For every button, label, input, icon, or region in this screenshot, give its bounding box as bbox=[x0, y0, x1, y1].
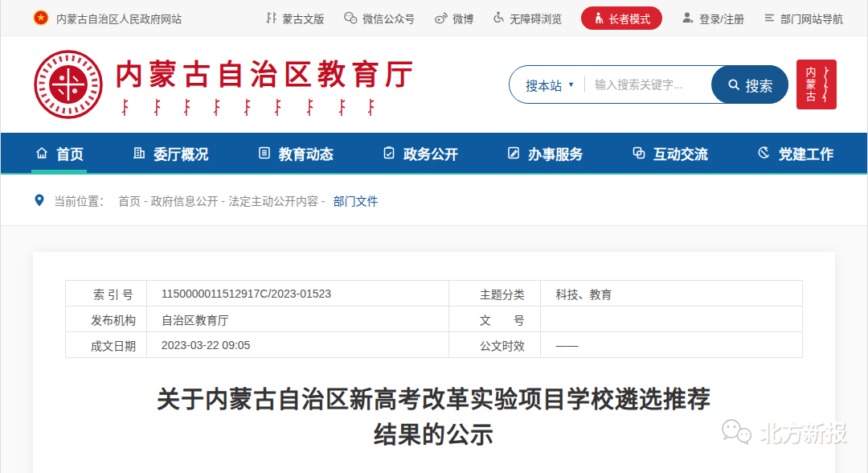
nav-item-education-news[interactable]: 教育动态 bbox=[257, 133, 334, 173]
user-icon bbox=[682, 11, 694, 24]
elder-icon bbox=[593, 12, 604, 24]
site-logo[interactable]: 内蒙古自治区教育厅 bbox=[33, 49, 419, 120]
nav-item-home[interactable]: 首页 bbox=[35, 133, 84, 173]
list-icon bbox=[257, 146, 272, 160]
nav-item-interaction[interactable]: 互动交流 bbox=[632, 133, 708, 173]
building-icon bbox=[132, 146, 146, 160]
stamp-script-icon bbox=[820, 64, 831, 105]
nav-item-label: 教育动态 bbox=[279, 143, 334, 163]
meta-value-topic-category: 科技、教育 bbox=[541, 281, 803, 306]
search-scope-label: 搜本站 bbox=[526, 76, 562, 93]
table-row: 发布机构 自治区教育厅 文 号 bbox=[66, 306, 803, 332]
home-icon bbox=[35, 146, 49, 160]
meta-value-issue-date: 2023-03-22 09:05 bbox=[146, 332, 448, 358]
topbar-link-label: 登录/注册 bbox=[699, 10, 744, 26]
meta-value-document-number bbox=[541, 306, 803, 332]
breadcrumb-current-link[interactable]: 部门文件 bbox=[333, 192, 378, 208]
document-pencil-icon bbox=[506, 146, 521, 160]
education-department-seal-icon bbox=[33, 49, 104, 120]
location-pin-icon bbox=[33, 193, 46, 208]
search-divider bbox=[584, 76, 585, 93]
topbar-link-mongolian[interactable]: 蒙古文版 bbox=[265, 10, 324, 26]
nav-item-label: 办事服务 bbox=[528, 143, 583, 163]
nav-item-services[interactable]: 办事服务 bbox=[506, 133, 583, 173]
topbar-link-label: 蒙古文版 bbox=[282, 10, 324, 26]
topbar-link-label: 部门网站导航 bbox=[780, 10, 843, 26]
topbar-link-accessibility[interactable]: 无障碍浏览 bbox=[493, 10, 562, 26]
nav-item-label: 政务公开 bbox=[403, 143, 458, 163]
top-utility-bar: 内蒙古自治区人民政府网站 蒙古文版 微信公众号 bbox=[1, 0, 867, 36]
search-icon bbox=[727, 78, 741, 92]
search-button[interactable]: 搜索 bbox=[711, 65, 788, 104]
wechat-icon bbox=[343, 11, 358, 24]
clipboard-check-icon bbox=[382, 146, 396, 160]
site-header: 内蒙古自治区教育厅 搜本站 ▼ bbox=[1, 36, 867, 133]
meta-value-validity: —— bbox=[541, 332, 803, 358]
meta-label-index-number: 索 引 号 bbox=[66, 281, 147, 306]
stamp-text: 内蒙古 bbox=[803, 67, 818, 103]
nav-item-label: 委厅概况 bbox=[154, 143, 208, 163]
table-row: 成文日期 2023-03-22 09:05 公文时效 —— bbox=[66, 332, 803, 358]
topbar-link-label: 无障碍浏览 bbox=[510, 10, 562, 26]
site-title: 内蒙古自治区教育厅 bbox=[115, 51, 419, 93]
party-emblem-icon bbox=[756, 146, 772, 160]
topbar-link-label: 微博 bbox=[452, 10, 473, 26]
meta-label-document-number: 文 号 bbox=[448, 306, 541, 332]
topbar-link-site-nav[interactable]: 部门网站导航 bbox=[764, 10, 843, 26]
table-row: 索 引 号 1150000011512917C/2023-01523 主题分类 … bbox=[66, 281, 803, 306]
elder-mode-label: 长者模式 bbox=[608, 10, 650, 26]
search-bar: 搜本站 ▼ 搜索 bbox=[509, 65, 788, 104]
elder-mode-button[interactable]: 长者模式 bbox=[581, 6, 662, 30]
meta-label-topic-category: 主题分类 bbox=[448, 281, 541, 306]
overlap-squares-icon bbox=[632, 146, 646, 160]
mongolian-script-icon bbox=[265, 11, 277, 24]
menu-icon bbox=[764, 12, 776, 23]
document-title: 关于内蒙古自治区新高考改革实验项目学校遴选推荐结果的公示 bbox=[157, 382, 711, 453]
nav-item-overview[interactable]: 委厅概况 bbox=[132, 133, 208, 173]
weibo-icon bbox=[434, 11, 448, 24]
nav-item-label: 首页 bbox=[56, 143, 84, 163]
meta-label-issuing-agency: 发布机构 bbox=[66, 306, 147, 332]
accessibility-icon bbox=[493, 11, 505, 24]
meta-label-validity: 公文时效 bbox=[448, 332, 541, 358]
chevron-down-icon: ▼ bbox=[567, 80, 575, 88]
topbar-link-login[interactable]: 登录/注册 bbox=[682, 10, 744, 26]
topbar-link-wechat[interactable]: 微信公众号 bbox=[343, 10, 415, 26]
meta-value-issuing-agency: 自治区教育厅 bbox=[146, 306, 448, 332]
breadcrumb-prefix: 当前位置： bbox=[54, 192, 110, 208]
document-card: 索 引 号 1150000011512917C/2023-01523 主题分类 … bbox=[33, 252, 835, 473]
search-scope-dropdown[interactable]: 搜本站 ▼ bbox=[526, 76, 575, 93]
gov-site-label: 内蒙古自治区人民政府网站 bbox=[56, 10, 182, 26]
main-nav: 首页 委厅概况 教育动态 政务公开 办事服务 bbox=[1, 133, 867, 175]
mongolian-script-subtitle bbox=[115, 97, 380, 118]
meta-value-index-number: 1150000011512917C/2023-01523 bbox=[146, 281, 448, 306]
gov-site-link[interactable]: 内蒙古自治区人民政府网站 bbox=[33, 10, 182, 26]
breadcrumb-path: 首页 - 政府信息公开 - 法定主动公开内容 - bbox=[118, 192, 325, 208]
nav-item-party-building[interactable]: 党建工作 bbox=[756, 133, 833, 173]
topbar-link-weibo[interactable]: 微博 bbox=[434, 10, 473, 26]
inner-mongolia-stamp: 内蒙古 bbox=[796, 60, 837, 109]
search-button-label: 搜索 bbox=[746, 75, 773, 95]
nav-item-label: 党建工作 bbox=[779, 143, 833, 163]
topbar-link-label: 微信公众号 bbox=[362, 10, 415, 26]
header-right: 搜本站 ▼ 搜索 内蒙古 bbox=[509, 60, 837, 109]
nav-item-gov-affairs[interactable]: 政务公开 bbox=[382, 133, 458, 173]
national-emblem-icon bbox=[33, 10, 49, 26]
document-meta-table: 索 引 号 1150000011512917C/2023-01523 主题分类 … bbox=[65, 280, 803, 358]
breadcrumb: 当前位置： 首页 - 政府信息公开 - 法定主动公开内容 - 部门文件 bbox=[1, 175, 867, 226]
nav-item-label: 互动交流 bbox=[653, 143, 708, 163]
top-bar-links: 蒙古文版 微信公众号 微博 bbox=[265, 6, 843, 30]
meta-label-issue-date: 成文日期 bbox=[66, 332, 147, 358]
main-content: 索 引 号 1150000011512917C/2023-01523 主题分类 … bbox=[1, 226, 867, 473]
page: 内蒙古自治区人民政府网站 蒙古文版 微信公众号 bbox=[0, 0, 868, 473]
